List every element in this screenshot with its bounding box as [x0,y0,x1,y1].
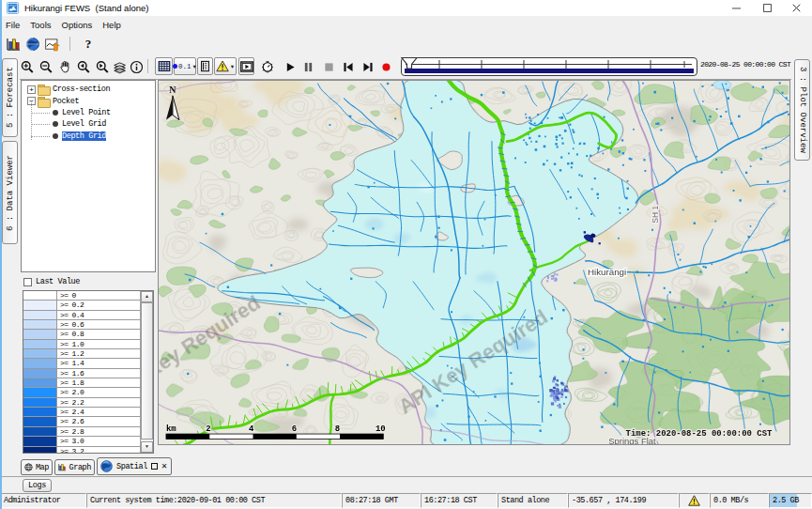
legend-row[interactable]: >= 2.8 [23,427,153,437]
grid-display-button[interactable] [155,57,173,75]
map-canvas[interactable]: SH 1 Hikurangi Springs Flat API Key Requ… [159,81,789,444]
layers-icon [113,60,128,74]
tab-graph[interactable]: Graph [54,459,95,475]
tab-map[interactable]: Map [21,459,53,475]
legend-row[interactable]: >= 0.6 [23,320,153,330]
step-back-button[interactable] [339,58,358,75]
zoom-next-button[interactable] [93,58,112,75]
status-cell-text: -35.657 , 174.199 [572,496,646,505]
tree-item-pocket[interactable]: −Pocket [22,95,155,106]
tab-forecast[interactable]: 5 : Forecast [2,58,18,137]
dropdown-arrow-icon: ▼ [230,64,235,69]
record-button[interactable] [376,58,395,75]
tab-maximize-icon[interactable] [151,463,158,470]
timer-button[interactable] [258,58,277,75]
legend-row[interactable]: >= 1.8 [23,378,153,388]
legend-panel: Last Value >= 0 >= 0.2 >= 0.4 >= 0.6 >= … [21,273,156,454]
scrollbar-thumb[interactable] [141,302,153,440]
legend-row[interactable]: >= 1.0 [23,340,153,349]
scalebar-tick: 4 [249,424,254,434]
leaf-bullet-icon [53,110,58,116]
folder-icon [38,97,50,106]
legend-swatch [23,408,57,417]
legend-row[interactable]: >= 2.4 [23,408,153,417]
zoom-out-button[interactable] [37,58,55,75]
legend-color-scale[interactable]: >= 0 >= 0.2 >= 0.4 >= 0.6 >= 0.8 >= 1.0 … [23,290,154,454]
leaf-bullet-icon [53,121,58,127]
menu-options[interactable]: Options [57,16,99,34]
legend-row[interactable]: >= 3.2 [23,447,153,455]
timeline-slider[interactable] [401,57,697,76]
logs-button[interactable]: Logs [23,479,52,492]
menu-help[interactable]: Help [98,16,127,34]
legend-scrollbar[interactable]: ▲ ▼ [140,291,153,453]
status-warning-cell[interactable] [679,493,710,508]
pan-button[interactable] [55,58,74,75]
help-button[interactable]: ? [79,36,98,53]
timer-icon [260,59,275,74]
map-tab-globe-icon [24,462,33,472]
legend-row[interactable]: >= 0.4 [23,311,153,320]
tab-close-icon[interactable]: ✕ [161,462,167,471]
legend-row[interactable]: >= 2.6 [23,417,153,426]
zoom-previous-button[interactable] [74,58,93,75]
legend-row[interactable]: >= 0.8 [23,330,153,339]
road-label: SH 1 [651,206,660,224]
explorer-button[interactable] [4,36,23,53]
legend-row[interactable]: >= 1.4 [23,359,153,368]
last-value-checkbox[interactable] [23,278,32,286]
chart-export-icon [45,38,60,52]
scalebar-button[interactable] [197,57,213,75]
legend-threshold-label: >= 1.4 [57,359,153,368]
toolbar-separator [69,37,70,51]
map-display-button[interactable] [23,36,42,53]
last-value-label: Last Value [36,277,80,286]
scroll-up-button[interactable]: ▲ [141,291,153,302]
zoom-in-button[interactable] [18,58,37,75]
last-value-option[interactable]: Last Value [23,275,80,288]
legend-row[interactable]: >= 1.2 [23,349,153,359]
map-view[interactable]: SH 1 Hikurangi Springs Flat API Key Requ… [158,80,790,445]
legend-row[interactable]: >= 0.2 [23,301,153,310]
expand-icon[interactable]: + [27,85,36,94]
validation-warning-button[interactable]: ▼ [214,57,237,75]
filters-tree-panel[interactable]: +Cross-section −Pocket Level Point Level… [21,80,156,272]
legend-row[interactable]: >= 1.6 [23,369,153,378]
legend-row[interactable]: >= 3.0 [23,437,153,446]
minimize-button[interactable] [721,0,752,16]
step-forward-button[interactable] [359,58,377,75]
pause-button[interactable] [299,58,317,75]
close-button[interactable] [781,0,812,16]
status-memory-cell[interactable]: 2.5 GB [769,493,812,508]
folder-icon [38,85,50,94]
tab-data-viewer[interactable]: 6 : Data Viewer [2,141,18,244]
status-cell: 0.0 MB/s [710,493,769,508]
tree-item-cross-section[interactable]: +Cross-section [22,84,155,95]
toolbar-separator [147,59,148,73]
scroll-down-button[interactable]: ▼ [141,441,153,453]
record-icon [381,62,391,72]
scalebar-unit: km [166,424,176,434]
legend-threshold-label: >= 2.2 [57,398,153,408]
timeline-thumb[interactable] [400,56,419,69]
scalebar-tick: 8 [335,424,340,434]
info-button[interactable] [127,58,146,75]
maximize-button[interactable] [752,0,783,16]
movie-button[interactable] [238,57,254,75]
status-cell-text: Administrator [4,496,60,505]
legend-row[interactable]: >= 2.0 [23,388,153,397]
status-memory-text: 2.5 GB [773,496,799,505]
menu-tools[interactable]: Tools [25,16,56,34]
tab-plot-overview[interactable]: 3 : Plot Overview [794,59,810,161]
export-timeseries-button[interactable] [43,36,62,53]
logs-button-label: Logs [28,481,46,490]
status-cell: 08:27:18 GMT [342,493,421,508]
legend-row[interactable]: >= 0 [23,291,153,301]
stop-button[interactable] [319,58,338,75]
play-button[interactable] [281,58,299,75]
tab-spatial[interactable]: Spatial ✕ [97,457,172,475]
legend-threshold-label: >= 0.4 [57,311,153,320]
menu-file[interactable]: File [1,16,25,34]
legend-row[interactable]: >= 2.2 [23,398,153,408]
threshold-dropdown[interactable]: 0.1▼ [174,57,196,75]
